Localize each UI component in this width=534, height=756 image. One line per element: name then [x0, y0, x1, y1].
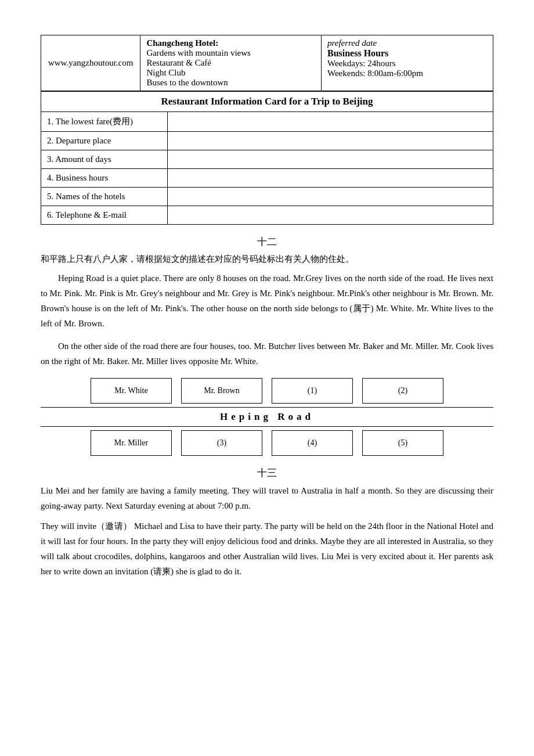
table-row: 6. Telephone & E-mail	[41, 206, 493, 225]
passage13-para1: Liu Mei and her family are having a fami…	[41, 483, 493, 514]
section12-number: 十二	[41, 235, 493, 249]
info-label-1: 1. The lowest fare(费用)	[41, 112, 168, 132]
hotel-preferred: preferred date Business Hours Weekdays: …	[321, 35, 493, 91]
table-row: 3. Amount of days	[41, 150, 493, 169]
passage12-para2: On the other side of the road there are …	[41, 339, 493, 369]
south-house-row: Mr. Miller (3) (4) (5)	[41, 430, 493, 456]
north-house-row: Mr. White Mr. Brown (1) (2)	[41, 378, 493, 404]
info-value-6	[168, 206, 493, 225]
hotel-feature-4: Buses to the downtown	[146, 78, 228, 87]
info-label-6: 6. Telephone & E-mail	[41, 206, 168, 225]
north-road-line	[41, 407, 493, 408]
info-value-2	[168, 132, 493, 150]
hotel-website: www.yangzhoutour.com	[41, 35, 140, 91]
table-row: 1. The lowest fare(费用)	[41, 112, 493, 132]
section13-number: 十三	[41, 466, 493, 480]
pref-weekdays: Weekdays: 24hours	[327, 59, 396, 68]
road-label: Heping Road	[41, 411, 493, 423]
hotel-details: Changcheng Hotel: Gardens with mountain …	[140, 35, 322, 91]
info-label-3: 3. Amount of days	[41, 150, 168, 169]
table-row: 4. Business hours	[41, 169, 493, 188]
passage13-para2: They will invite（邀请） Michael and Lisa to…	[41, 519, 493, 579]
south-house-2: (3)	[181, 430, 262, 456]
info-value-1	[168, 112, 493, 132]
north-house-4: (2)	[362, 378, 443, 404]
hotel-name: Changcheng Hotel:	[146, 38, 218, 48]
info-label-2: 2. Departure place	[41, 132, 168, 150]
hotel-info-table: www.yangzhoutour.com Changcheng Hotel: G…	[41, 35, 493, 91]
south-road-line	[41, 426, 493, 427]
south-house-1: Mr. Miller	[91, 430, 172, 456]
info-value-5	[168, 188, 493, 206]
pref-weekends: Weekends: 8:00am-6:00pm	[327, 69, 423, 78]
table-row: 5. Names of the hotels	[41, 188, 493, 206]
info-value-3	[168, 150, 493, 169]
info-label-5: 5. Names of the hotels	[41, 188, 168, 206]
north-house-2: Mr. Brown	[181, 378, 262, 404]
hotel-feature-1: Gardens with mountain views	[146, 48, 251, 57]
section-title: Restaurant Information Card for a Trip t…	[41, 92, 493, 112]
passage12-para1: Heping Road is a quiet place. There are …	[41, 271, 493, 332]
pref-bh: Business Hours	[327, 48, 388, 58]
table-row: 2. Departure place	[41, 132, 493, 150]
hotel-feature-2: Restaurant & Café	[146, 58, 211, 67]
north-house-1: Mr. White	[91, 378, 172, 404]
chinese-intro: 和平路上只有八户人家，请根据短文的描述在对应的号码处标出有关人物的住处。	[41, 252, 493, 267]
pref-title: preferred date	[327, 38, 377, 48]
house-diagram: Mr. White Mr. Brown (1) (2) Heping Road …	[41, 378, 493, 456]
info-label-4: 4. Business hours	[41, 169, 168, 188]
hotel-feature-3: Night Club	[146, 68, 185, 77]
south-house-3: (4)	[272, 430, 353, 456]
info-value-4	[168, 169, 493, 188]
south-house-4: (5)	[362, 430, 443, 456]
north-house-3: (1)	[272, 378, 353, 404]
info-card-table: Restaurant Information Card for a Trip t…	[41, 91, 493, 225]
